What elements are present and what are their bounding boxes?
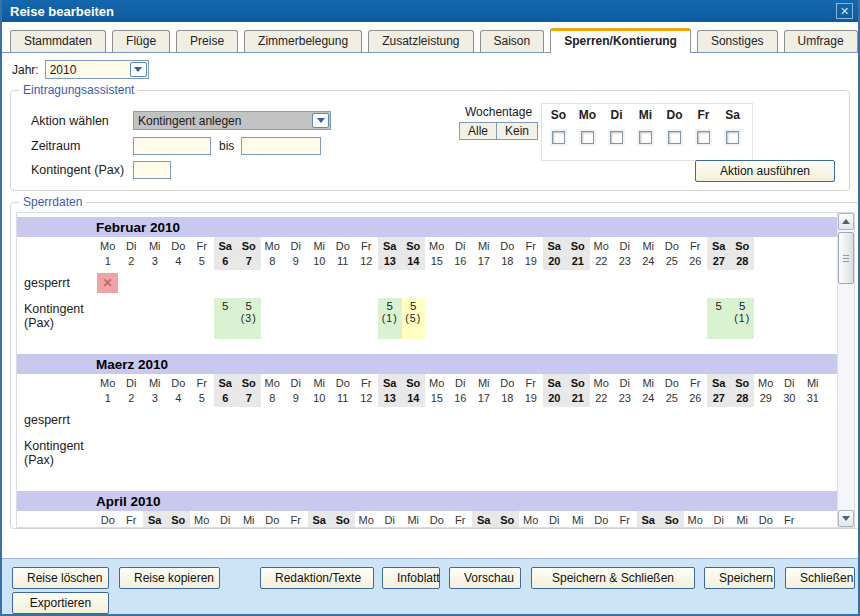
gesperrt-cell[interactable]: [543, 272, 567, 298]
kontingent-cell[interactable]: [637, 435, 661, 476]
kontingent-cell[interactable]: [355, 435, 379, 476]
kontingent-cell[interactable]: 5(1): [378, 298, 402, 339]
alle-button[interactable]: Alle: [460, 123, 497, 139]
kontingent-cell[interactable]: [496, 435, 520, 476]
zeitraum-von-input[interactable]: [133, 137, 211, 155]
kontingent-cell[interactable]: [331, 298, 355, 339]
kontingent-cell[interactable]: [167, 435, 191, 476]
action-select[interactable]: Kontingent anlegen: [133, 111, 331, 130]
gesperrt-cell[interactable]: [378, 409, 402, 435]
tab-preise[interactable]: Preise: [176, 30, 238, 52]
kontingent-cell[interactable]: [261, 298, 285, 339]
kontingent-cell[interactable]: [425, 298, 449, 339]
kontingent-cell[interactable]: [120, 435, 144, 476]
kontingent-cell[interactable]: [190, 298, 214, 339]
gesperrt-cell[interactable]: [402, 272, 426, 298]
kontingent-cell[interactable]: [190, 435, 214, 476]
kontingent-cell[interactable]: [590, 435, 614, 476]
kontingent-cell[interactable]: [449, 435, 473, 476]
infoblatt-button[interactable]: Infoblatt: [382, 567, 440, 589]
gesperrt-cell[interactable]: [120, 409, 144, 435]
kontingent-cell[interactable]: [660, 298, 684, 339]
gesperrt-cell[interactable]: [167, 272, 191, 298]
kontingent-cell[interactable]: 5(5): [402, 298, 426, 339]
gesperrt-cell[interactable]: [425, 409, 449, 435]
gesperrt-cell[interactable]: [660, 272, 684, 298]
kein-button[interactable]: Kein: [497, 123, 537, 139]
vorschau-button[interactable]: Vorschau: [449, 567, 521, 589]
kontingent-cell[interactable]: [707, 435, 731, 476]
gesperrt-cell[interactable]: [96, 409, 120, 435]
kontingent-cell[interactable]: [308, 298, 332, 339]
gesperrt-cell[interactable]: [684, 272, 708, 298]
kontingent-cell[interactable]: [143, 435, 167, 476]
weekday-checkbox-do[interactable]: [668, 131, 681, 144]
kontingent-cell[interactable]: [684, 435, 708, 476]
kontingent-cell[interactable]: 5: [707, 298, 731, 339]
gesperrt-cell[interactable]: [190, 272, 214, 298]
gesperrt-cell[interactable]: [214, 409, 238, 435]
tab-sperren-kontierung[interactable]: Sperren/Kontierung: [550, 28, 691, 53]
gesperrt-cell[interactable]: [754, 409, 778, 435]
gesperrt-cell[interactable]: [284, 272, 308, 298]
kontingent-cell[interactable]: [214, 435, 238, 476]
gesperrt-cell[interactable]: [143, 409, 167, 435]
kontingent-cell[interactable]: [355, 298, 379, 339]
reise-kopieren-button[interactable]: Reise kopieren: [119, 567, 220, 589]
gesperrt-delete-icon[interactable]: ✕: [97, 273, 118, 293]
kontingent-cell[interactable]: [660, 435, 684, 476]
tab-fl-ge[interactable]: Flüge: [112, 30, 170, 52]
tab-zusatzleistung[interactable]: Zusatzleistung: [368, 30, 473, 52]
gesperrt-cell[interactable]: [566, 272, 590, 298]
gesperrt-cell[interactable]: [731, 272, 755, 298]
weekday-checkbox-di[interactable]: [610, 131, 623, 144]
gesperrt-cell[interactable]: [613, 409, 637, 435]
kontingent-cell[interactable]: [120, 298, 144, 339]
gesperrt-cell[interactable]: [425, 272, 449, 298]
gesperrt-cell[interactable]: [801, 409, 825, 435]
exportieren-button[interactable]: Exportieren: [12, 592, 109, 614]
tab-stammdaten[interactable]: Stammdaten: [10, 30, 106, 52]
scroll-down-icon[interactable]: [838, 510, 854, 527]
kontingent-cell[interactable]: [472, 298, 496, 339]
kontingent-cell[interactable]: [590, 298, 614, 339]
gesperrt-cell[interactable]: [190, 409, 214, 435]
kontingent-cell[interactable]: [425, 435, 449, 476]
aktion-ausfuehren-button[interactable]: Aktion ausführen: [695, 160, 835, 182]
gesperrt-cell[interactable]: [120, 272, 144, 298]
kontingent-cell[interactable]: [519, 298, 543, 339]
kontingent-cell[interactable]: [331, 435, 355, 476]
speichern-button[interactable]: Speichern: [704, 567, 775, 589]
gesperrt-cell[interactable]: [472, 409, 496, 435]
kontingent-cell[interactable]: [96, 435, 120, 476]
kontingent-cell[interactable]: [754, 435, 778, 476]
tab-zimmerbelegung[interactable]: Zimmerbelegung: [244, 30, 362, 52]
kontingent-cell[interactable]: [378, 435, 402, 476]
gesperrt-cell[interactable]: [261, 409, 285, 435]
weekday-checkbox-mo[interactable]: [581, 131, 594, 144]
kontingent-cell[interactable]: [613, 298, 637, 339]
kontingent-cell[interactable]: [143, 298, 167, 339]
gesperrt-cell[interactable]: [402, 409, 426, 435]
tab-sonstiges[interactable]: Sonstiges: [697, 30, 778, 52]
gesperrt-cell[interactable]: [237, 409, 261, 435]
gesperrt-cell[interactable]: [284, 409, 308, 435]
kontingent-cell[interactable]: [402, 435, 426, 476]
gesperrt-cell[interactable]: [378, 272, 402, 298]
year-select[interactable]: 2010: [45, 60, 149, 79]
gesperrt-cell[interactable]: [613, 272, 637, 298]
vertical-scrollbar[interactable]: [837, 213, 854, 527]
scrollbar-track[interactable]: [838, 230, 854, 510]
kontingent-cell[interactable]: [566, 298, 590, 339]
gesperrt-cell[interactable]: [566, 409, 590, 435]
gesperrt-cell[interactable]: [143, 272, 167, 298]
gesperrt-cell[interactable]: [331, 272, 355, 298]
scroll-up-icon[interactable]: [838, 213, 854, 230]
weekday-checkbox-sa[interactable]: [726, 131, 739, 144]
gesperrt-cell[interactable]: [331, 409, 355, 435]
kontingent-cell[interactable]: 5: [214, 298, 238, 339]
gesperrt-cell[interactable]: [308, 409, 332, 435]
gesperrt-cell[interactable]: [449, 272, 473, 298]
kontingent-cell[interactable]: [801, 435, 825, 476]
chevron-down-icon[interactable]: [312, 113, 329, 128]
